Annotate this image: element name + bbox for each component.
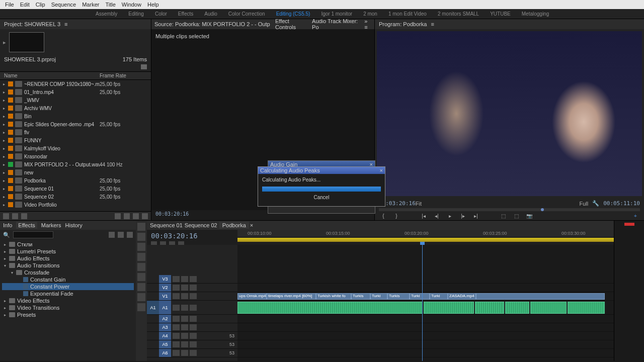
icon-view-icon[interactable] <box>12 213 18 219</box>
fx-badge-icon[interactable] <box>127 232 133 238</box>
menu-window[interactable]: Window <box>119 2 144 8</box>
effects-search-input[interactable] <box>13 231 53 238</box>
close-tab-icon[interactable]: × <box>250 222 253 228</box>
workspace-tab[interactable]: Igor 1 monitor <box>321 11 352 17</box>
goto-in-icon[interactable]: |◂ <box>419 213 428 220</box>
track-header[interactable]: V2 <box>147 284 237 292</box>
panel-tab[interactable]: Markers <box>41 222 61 228</box>
track-header[interactable]: A653 <box>147 349 237 357</box>
pen-tool-icon[interactable] <box>137 273 145 281</box>
close-icon[interactable]: × <box>380 167 383 173</box>
fx-badge-icon[interactable] <box>118 232 124 238</box>
audio-clip[interactable] <box>424 302 474 314</box>
video-clip[interactable] <box>476 293 605 300</box>
audio-mixer-tab[interactable]: Audio Track Mixer: Po <box>312 18 359 30</box>
track-header[interactable]: V1 <box>147 292 237 301</box>
effect-folder[interactable]: ▾Crossfade <box>2 269 134 276</box>
bin-row[interactable]: ▸flv <box>0 128 151 136</box>
menu-sequence[interactable]: Sequence <box>48 2 79 8</box>
sequence-tab[interactable]: Podborka <box>219 222 249 229</box>
audio-clip[interactable] <box>237 302 423 314</box>
sequence-tab[interactable]: Sequence 01 <box>150 222 183 228</box>
bin-row[interactable]: ▸Kalmykoff Video <box>0 144 151 152</box>
video-clip[interactable]: ups Omsk.mp4 <box>237 293 267 300</box>
workspace-tab[interactable]: YUTUBE <box>490 11 511 17</box>
bin-row[interactable]: ▸Bin <box>0 112 151 120</box>
effect-folder[interactable]: ▸Video Effects <box>2 297 134 304</box>
effect-item[interactable]: Exponential Fade <box>2 290 134 297</box>
effect-folder[interactable]: ▸Audio Effects <box>2 255 134 262</box>
track-header[interactable]: V3 <box>147 275 237 284</box>
playback-quality[interactable]: Full <box>579 201 588 207</box>
play-icon[interactable]: ▸ <box>3 39 6 46</box>
panel-menu-icon[interactable]: » ≡ <box>364 18 371 30</box>
effect-folder[interactable]: ▸Video Transitions <box>2 304 134 311</box>
workspace-tab[interactable]: Effects <box>178 11 193 17</box>
timeline-timecode[interactable]: 00:03:20:16 <box>151 232 233 240</box>
menu-clip[interactable]: Clip <box>33 2 48 8</box>
add-button-icon[interactable]: + <box>631 213 640 220</box>
video-clip[interactable]: Turkis <box>387 293 410 300</box>
new-item-icon[interactable] <box>115 213 121 219</box>
export-frame-icon[interactable]: 📷 <box>525 213 534 220</box>
effect-folder[interactable]: ▸Сткли <box>2 241 134 248</box>
bin-row[interactable]: ▸01_Intro.mp425,00 fps <box>0 88 151 96</box>
bin-row[interactable]: ▸Podborka25,00 fps <box>0 176 151 185</box>
menu-marker[interactable]: Marker <box>79 2 102 8</box>
sequence-tab[interactable]: Sequence 02 <box>185 222 217 228</box>
menu-file[interactable]: File <box>2 2 17 8</box>
ripple-tool-icon[interactable] <box>137 243 145 251</box>
new-bin-icon[interactable] <box>124 213 130 219</box>
effect-folder[interactable]: ▸Lumetri Presets <box>2 248 134 255</box>
bin-row[interactable]: ▸Archiv WMV <box>0 104 151 112</box>
effect-item[interactable]: Constant Gain <box>2 276 134 283</box>
workspace-tab[interactable]: Audio <box>204 11 217 17</box>
panel-tab[interactable]: Effects <box>16 222 37 229</box>
video-clip[interactable]: Turki <box>370 293 387 300</box>
list-view-icon[interactable] <box>3 213 9 219</box>
effects-tree[interactable]: ▸Сткли▸Lumetri Presets▸Audio Effects▾Aud… <box>0 240 136 319</box>
track-content[interactable]: ups Omsk.mp4timelaps river.mp4 [60%]Turk… <box>237 245 614 361</box>
audio-clip[interactable] <box>505 302 529 314</box>
panel-tab[interactable]: History <box>65 222 83 228</box>
panel-tab[interactable]: Info <box>3 222 12 228</box>
track-select-tool-icon[interactable] <box>137 233 145 241</box>
menu-edit[interactable]: Edit <box>17 2 33 8</box>
audio-clip[interactable] <box>568 302 605 314</box>
track-header[interactable]: A1A1 <box>147 301 237 315</box>
bin-row[interactable]: ▸Sequence 0125,00 fps <box>0 185 151 193</box>
workspace-tab[interactable]: 2 mon <box>363 11 377 17</box>
workspace-tab[interactable]: Metalogging <box>522 11 549 17</box>
razor-tool-icon[interactable] <box>137 253 145 261</box>
effect-folder[interactable]: ▾Audio Transitions <box>2 262 134 269</box>
goto-out-icon[interactable]: ▸| <box>471 213 480 220</box>
bin-row[interactable]: ▸_WMV <box>0 96 151 104</box>
effect-controls-tab[interactable]: Effect Controls <box>275 18 307 30</box>
work-area-bar[interactable] <box>237 238 614 242</box>
fx-badge-icon[interactable] <box>109 232 115 238</box>
bin-row[interactable]: ▸Sequence 0225,00 fps <box>0 193 151 201</box>
step-back-icon[interactable]: ◂| <box>432 213 441 220</box>
settings-icon[interactable]: 🔧 <box>592 200 599 207</box>
video-clip[interactable]: ZASADA.mp4 <box>448 293 476 300</box>
video-clip[interactable]: Turkish white fo <box>316 293 351 300</box>
video-clip[interactable]: Turkis <box>351 293 370 300</box>
bin-list[interactable]: ▸~RENDER COMP 1920x1080~.mp425,00 fps▸01… <box>0 80 151 211</box>
lift-icon[interactable]: ⬚ <box>499 213 508 220</box>
track-header[interactable]: A453 <box>147 332 237 340</box>
time-ruler[interactable]: 00:03:10:0000:03:15:0000:03:20:0000:03:2… <box>237 230 614 237</box>
slip-tool-icon[interactable] <box>137 263 145 271</box>
effect-folder[interactable]: ▸Presets <box>2 311 134 318</box>
bin-row[interactable]: ▸~RENDER COMP 1920x1080~.mp425,00 fps <box>0 80 151 88</box>
cancel-button[interactable]: Cancel <box>258 195 385 200</box>
video-clip[interactable]: timelaps river.mp4 [60%] <box>267 293 316 300</box>
folder-icon[interactable] <box>141 64 147 69</box>
workspace-tab[interactable]: Color Correction <box>228 11 265 17</box>
extract-icon[interactable]: ⬚ <box>512 213 521 220</box>
video-clip[interactable]: Turki <box>430 293 448 300</box>
audio-clip[interactable] <box>530 302 567 314</box>
type-tool-icon[interactable] <box>137 303 145 311</box>
mark-out-icon[interactable]: } <box>392 213 401 220</box>
bin-row[interactable]: ▸Krasnodar <box>0 152 151 160</box>
menu-title[interactable]: Title <box>102 2 118 8</box>
